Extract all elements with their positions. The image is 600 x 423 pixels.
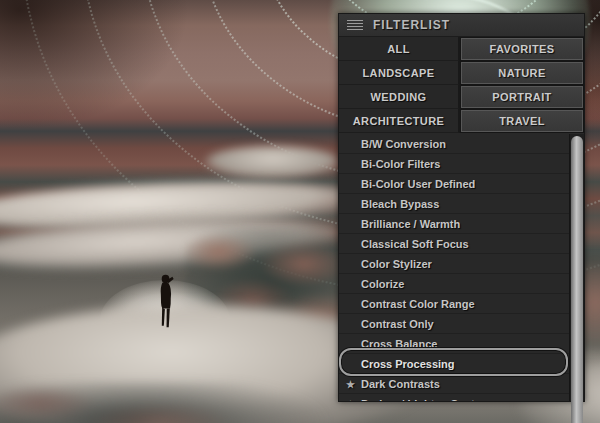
filter-item-label: Color Stylizer: [361, 258, 432, 270]
filter-item-bi-color-filters[interactable]: Bi-Color Filters: [339, 154, 569, 174]
filter-item-classical-soft-focus[interactable]: Classical Soft Focus: [339, 234, 569, 254]
filter-item-colorize[interactable]: Colorize: [339, 274, 569, 294]
cloud: [0, 382, 380, 423]
category-button-favorites[interactable]: FAVORITES: [461, 38, 583, 60]
favorite-star-icon: ★: [346, 398, 355, 401]
category-button-all[interactable]: ALL: [339, 37, 460, 61]
filter-item-label: Contrast Only: [361, 318, 434, 330]
filter-item-darken-lighten-center[interactable]: ★ Darken / Lighten Center: [339, 394, 569, 401]
hamburger-menu-icon[interactable]: [347, 20, 363, 31]
screenshot-stage: FILTERLIST ALL FAVORITES LANDSCAPE NATUR…: [0, 0, 600, 423]
category-button-architecture[interactable]: ARCHITECTURE: [339, 109, 460, 133]
filter-item-brilliance-warmth[interactable]: Brilliance / Warmth: [339, 214, 569, 234]
filter-item-dark-contrasts[interactable]: ★ Dark Contrasts: [339, 374, 569, 394]
filter-item-label: Bleach Bypass: [361, 198, 439, 210]
category-button-nature[interactable]: NATURE: [461, 62, 583, 84]
filter-item-label: Bi-Color User Defined: [361, 178, 475, 190]
filterlist-panel: FILTERLIST ALL FAVORITES LANDSCAPE NATUR…: [338, 13, 585, 402]
category-button-portrait[interactable]: PORTRAIT: [461, 86, 583, 108]
filter-item-label: Bi-Color Filters: [361, 158, 440, 170]
filter-item-contrast-color-range[interactable]: Contrast Color Range: [339, 294, 569, 314]
filter-item-label: Brilliance / Warmth: [361, 218, 460, 230]
filter-item-label: Dark Contrasts: [361, 378, 440, 390]
filter-item-contrast-only[interactable]: Contrast Only: [339, 314, 569, 334]
filter-item-label: Darken / Lighten Center: [361, 398, 485, 402]
favorite-star-icon: ★: [346, 378, 355, 389]
filter-item-label: Cross Processing: [361, 358, 455, 370]
filter-item-cross-processing[interactable]: Cross Processing: [339, 354, 569, 374]
person-silhouette: [155, 274, 177, 330]
scrollbar-track[interactable]: [569, 134, 584, 401]
category-button-landscape[interactable]: LANDSCAPE: [339, 61, 460, 85]
cloud: [205, 146, 340, 178]
filter-item-label: Classical Soft Focus: [361, 238, 469, 250]
filter-item-bi-color-user-defined[interactable]: Bi-Color User Defined: [339, 174, 569, 194]
filter-item-bleach-bypass[interactable]: Bleach Bypass: [339, 194, 569, 214]
filter-item-cross-balance[interactable]: Cross Balance: [339, 334, 569, 354]
filter-list: B/W Conversion Bi-Color Filters Bi-Color…: [339, 134, 569, 401]
filter-item-label: Colorize: [361, 278, 404, 290]
panel-header: FILTERLIST: [339, 14, 584, 37]
filter-item-label: B/W Conversion: [361, 138, 446, 150]
scrollbar-thumb[interactable]: [571, 136, 583, 423]
filter-item-label: Contrast Color Range: [361, 298, 475, 310]
filter-item-bw-conversion[interactable]: B/W Conversion: [339, 134, 569, 154]
panel-title: FILTERLIST: [373, 18, 450, 32]
filter-item-color-stylizer[interactable]: Color Stylizer: [339, 254, 569, 274]
filter-item-label: Cross Balance: [361, 338, 437, 350]
category-button-wedding[interactable]: WEDDING: [339, 85, 460, 109]
category-button-travel[interactable]: TRAVEL: [461, 110, 583, 132]
category-button-grid: ALL FAVORITES LANDSCAPE NATURE WEDDING P…: [339, 37, 584, 134]
